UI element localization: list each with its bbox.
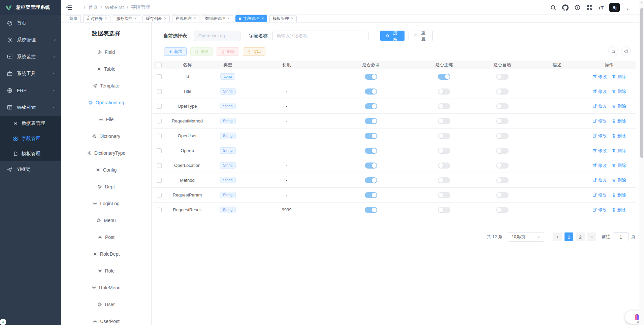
required-toggle[interactable] [365,162,377,169]
table-tree-item[interactable]: Dictionary [61,128,151,145]
tab-close-icon[interactable]: × [227,16,230,21]
font-size-icon[interactable]: TT [599,5,604,10]
auto-increment-toggle[interactable] [496,192,509,198]
auto-increment-toggle[interactable] [496,177,509,183]
table-tree-item[interactable]: RoleDept [61,246,151,262]
delete-row-link[interactable]: 删除 [612,192,626,198]
tab-close-icon[interactable]: × [291,16,293,21]
required-toggle[interactable] [365,177,377,183]
primary-key-toggle[interactable] [438,74,450,80]
scrollbar-up-arrow[interactable]: ▲ [639,1,644,4]
table-tree-item[interactable]: Dept [61,178,151,195]
tab-close-icon[interactable]: × [134,16,137,21]
auto-increment-toggle[interactable] [496,133,509,139]
required-toggle[interactable] [365,103,377,109]
help-icon[interactable] [574,4,581,11]
tab[interactable]: 字段管理 × [235,15,267,22]
reset-button[interactable]: 重置 [409,31,433,41]
caret-down-icon[interactable]: ▼ [626,8,629,11]
delete-row-link[interactable]: 删除 [612,74,626,80]
sidebar-item-system-admin[interactable]: 系统管理 [0,32,61,48]
primary-key-toggle[interactable] [438,148,450,154]
tab[interactable]: 定时任务 × [83,15,110,22]
table-tree-item[interactable]: Post [61,229,151,246]
row-checkbox[interactable] [157,193,162,197]
sidebar-item-system-monitor[interactable]: 系统监控 [0,48,61,65]
primary-key-toggle[interactable] [438,103,450,109]
fullscreen-icon[interactable] [586,4,593,11]
primary-key-toggle[interactable] [438,133,450,139]
table-tree-item[interactable]: Field [61,44,151,61]
row-checkbox[interactable] [157,89,162,94]
edit-row-link[interactable]: 修改 [592,133,607,139]
required-toggle[interactable] [365,74,377,80]
edit-row-link[interactable]: 修改 [592,207,607,213]
auto-increment-toggle[interactable] [496,207,509,213]
auto-increment-toggle[interactable] [496,88,509,95]
select-all-checkbox[interactable] [157,63,162,67]
delete-row-link[interactable]: 删除 [612,177,626,183]
table-tree-item[interactable]: Config [61,161,151,178]
tab[interactable]: 缓存列表 × [142,15,170,22]
delete-row-link[interactable]: 删除 [612,88,626,95]
delete-row-link[interactable]: 删除 [612,103,626,109]
export-button[interactable]: 导出 [243,47,265,56]
breadcrumb-item[interactable]: 首页 [88,4,98,10]
tab-close-icon[interactable]: × [194,16,196,21]
refresh-icon[interactable] [621,46,631,56]
prev-page-button[interactable] [553,232,562,241]
next-page-button[interactable] [587,232,596,241]
tab[interactable]: 首页 × [66,15,81,22]
row-checkbox[interactable] [157,208,162,212]
required-toggle[interactable] [365,88,377,95]
tab[interactable]: 数据表管理 × [202,15,233,22]
delete-row-link[interactable]: 删除 [612,162,626,169]
breadcrumb-item[interactable]: 字段管理 [131,4,150,10]
current-table-input[interactable] [194,31,240,41]
table-tree-item[interactable]: Table [61,61,151,77]
collapse-sidebar-icon[interactable] [65,4,73,11]
goto-page-input[interactable] [613,232,629,241]
table-tree-item[interactable]: User [61,296,151,313]
primary-key-toggle[interactable] [438,162,450,169]
auto-increment-toggle[interactable] [496,118,509,124]
edit-row-link[interactable]: 修改 [592,162,607,169]
primary-key-toggle[interactable] [438,207,450,213]
table-tree-item[interactable]: UserPost [61,313,151,325]
table-tree-item[interactable]: File [61,111,151,128]
table-tree-item[interactable]: LoginLog [61,195,151,212]
edit-row-link[interactable]: 修改 [592,118,607,124]
required-toggle[interactable] [365,118,377,124]
delete-row-link[interactable]: 删除 [612,207,626,213]
tab-close-icon[interactable]: × [261,16,264,21]
table-tree-item[interactable]: Template [61,77,151,94]
edit-row-link[interactable]: 修改 [592,148,607,154]
sidebar-item-system-tools[interactable]: 系统工具 [0,65,61,82]
table-tree-item[interactable]: DictionaryType [61,145,151,161]
delete-row-link[interactable]: 删除 [612,148,626,154]
edit-row-link[interactable]: 修改 [592,88,607,95]
sidebar-item-erp[interactable]: ERP [0,82,61,99]
edit-row-link[interactable]: 修改 [592,192,607,198]
delete-button[interactable]: 删除 [217,47,239,56]
tab-close-icon[interactable]: × [164,16,166,21]
sidebar-item-template-management[interactable]: 模板管理 [0,146,61,161]
add-button[interactable]: 新增 [164,47,187,56]
table-tree-item[interactable]: OperationLog [61,94,151,111]
delete-row-link[interactable]: 删除 [612,133,626,139]
tab[interactable]: 在线用户 × [172,15,199,22]
delete-row-link[interactable]: 删除 [612,118,626,124]
user-avatar[interactable]: Ǝj [609,3,620,12]
table-tree-item[interactable]: Menu [61,212,151,229]
tab-close-icon[interactable]: × [105,16,107,21]
breadcrumb-item[interactable]: WebFirst [105,5,124,10]
search-button[interactable]: 搜索 [380,31,405,41]
tab[interactable]: 服务监控 × [113,15,140,22]
edit-row-link[interactable]: 修改 [592,103,607,109]
edit-row-link[interactable]: 修改 [592,74,607,80]
auto-increment-toggle[interactable] [496,103,509,109]
auto-increment-toggle[interactable] [496,162,509,169]
page-size-select[interactable]: 10条/页 [508,232,544,242]
required-toggle[interactable] [365,133,377,139]
row-checkbox[interactable] [157,134,162,138]
